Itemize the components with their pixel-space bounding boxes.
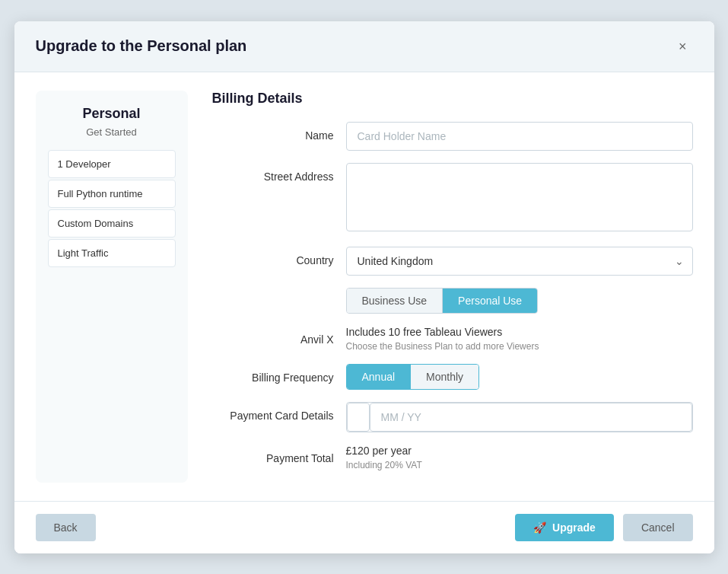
plan-sidebar: Personal Get Started 1 Developer Full Py… (36, 91, 188, 483)
street-address-row: Street Address (212, 163, 693, 234)
payment-card-label: Payment Card Details (212, 402, 334, 422)
features-list: 1 Developer Full Python runtime Custom D… (48, 150, 176, 267)
modal-header: Upgrade to the Personal plan × (14, 21, 714, 72)
modal: Upgrade to the Personal plan × Personal … (14, 21, 714, 553)
modal-wrapper: Upgrade to the Personal plan × Personal … (0, 0, 728, 574)
billing-frequency-control: Annual Monthly (346, 364, 693, 390)
anvil-x-label: Anvil X (212, 326, 334, 346)
anvil-x-row: Anvil X Includes 10 free Tableau Viewers… (212, 326, 693, 352)
card-number-input[interactable] (347, 403, 370, 432)
anvil-x-control: Includes 10 free Tableau Viewers Choose … (346, 326, 693, 352)
business-use-button[interactable]: Business Use (347, 289, 443, 313)
country-label: Country (212, 247, 334, 266)
plan-name: Personal (48, 106, 176, 122)
upgrade-label: Upgrade (552, 521, 596, 534)
payment-total-row: Payment Total £120 per year Including 20… (212, 445, 693, 470)
payment-card-control (346, 402, 693, 432)
billing-title: Billing Details (212, 91, 693, 107)
street-address-label: Street Address (212, 163, 334, 183)
monthly-frequency-button[interactable]: Monthly (411, 365, 478, 389)
feature-item: Light Traffic (48, 239, 176, 267)
payment-total-control: £120 per year Including 20% VAT (346, 445, 693, 470)
billing-frequency-label: Billing Frequency (212, 364, 334, 384)
upgrade-button[interactable]: 🚀 Upgrade (515, 514, 614, 541)
street-address-control (346, 163, 693, 234)
street-address-input[interactable] (346, 163, 693, 231)
country-select[interactable]: United Kingdom United States Canada Aust… (346, 247, 693, 276)
name-label: Name (212, 122, 334, 142)
billing-frequency-group: Annual Monthly (346, 364, 480, 390)
billing-frequency-row: Billing Frequency Annual Monthly (212, 364, 693, 390)
annual-frequency-button[interactable]: Annual (347, 365, 412, 389)
country-row: Country United Kingdom United States Can… (212, 247, 693, 276)
use-toggle-spacer (212, 288, 334, 295)
payment-total-label: Payment Total (212, 445, 334, 464)
personal-use-button[interactable]: Personal Use (443, 289, 537, 313)
name-input[interactable] (346, 122, 693, 151)
cancel-button[interactable]: Cancel (623, 514, 693, 541)
back-button[interactable]: Back (36, 514, 96, 541)
card-input-group (346, 402, 693, 432)
payment-total-sub: Including 20% VAT (346, 460, 693, 470)
card-expiry-input[interactable] (370, 403, 692, 432)
payment-card-row: Payment Card Details (212, 402, 693, 432)
country-select-wrapper: United Kingdom United States Canada Aust… (346, 247, 693, 276)
country-control: United Kingdom United States Canada Aust… (346, 247, 693, 276)
name-control (346, 122, 693, 151)
use-toggle-control: Business Use Personal Use (346, 288, 693, 314)
plan-get-started: Get Started (48, 126, 176, 138)
modal-title: Upgrade to the Personal plan (36, 37, 247, 55)
anvil-x-sub: Choose the Business Plan to add more Vie… (346, 341, 693, 352)
anvil-x-info: Includes 10 free Tableau Viewers (346, 326, 693, 338)
billing-section: Billing Details Name Street Address (212, 91, 693, 483)
footer-right: 🚀 Upgrade Cancel (515, 514, 692, 541)
feature-item: Custom Domains (48, 209, 176, 238)
feature-item: 1 Developer (48, 150, 176, 178)
modal-body: Personal Get Started 1 Developer Full Py… (14, 72, 714, 501)
modal-footer: Back 🚀 Upgrade Cancel (14, 501, 714, 553)
name-row: Name (212, 122, 693, 151)
use-toggle-row: Business Use Personal Use (212, 288, 693, 314)
use-toggle-group: Business Use Personal Use (346, 288, 539, 314)
close-button[interactable]: × (672, 37, 693, 56)
feature-item: Full Python runtime (48, 180, 176, 208)
payment-total-amount: £120 per year (346, 445, 693, 457)
rocket-icon: 🚀 (533, 521, 546, 534)
